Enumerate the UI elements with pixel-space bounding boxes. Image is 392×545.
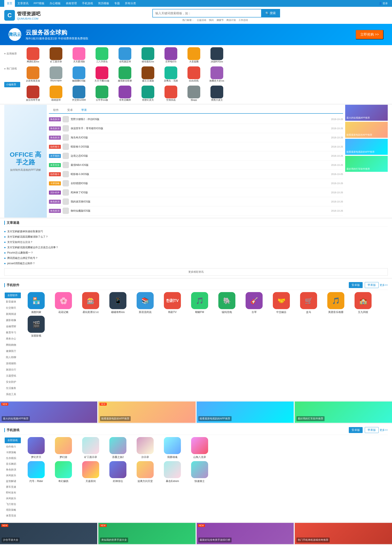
filter-all[interactable]: 全部软件: [5, 292, 21, 298]
game-山角[interactable]: 山角八克录: [187, 437, 212, 459]
article-6[interactable]: 动作格斗 暗影格斗3IOS版 2018-10-05: [49, 170, 343, 179]
news-4[interactable]: PicsArt怎么删除图一？: [4, 250, 388, 255]
mobile-software-more[interactable]: 更多>>: [380, 283, 388, 287]
news-1[interactable]: 支付宝蚂蚁花园花圃被清除了么了？: [4, 234, 388, 240]
promo-1[interactable]: NEW 能看最新电影的APP推荐: [98, 402, 196, 423]
app-天天爱[interactable]: 天天爱消除: [69, 47, 89, 63]
app-碰碰[interactable]: 📱碰碰有料ios: [105, 292, 131, 314]
app-中交[interactable]: 🤝中交融合: [269, 292, 294, 314]
article-5[interactable]: 体育竞技 最强NBA IOS版 2018-10-26: [49, 161, 343, 170]
game-platform-android[interactable]: 安卓版: [349, 427, 363, 433]
hot-tag-3[interactable]: 婚宴节: [217, 19, 224, 21]
nav-office[interactable]: 办公模板: [47, 0, 63, 7]
logo[interactable]: C 管理资源吧 QUMUBAN.COM: [4, 10, 40, 21]
filter-social[interactable]: 社交聊天: [4, 305, 21, 311]
app-效圈[interactable]: 效圈史大史ios: [207, 66, 227, 82]
app-假app[interactable]: 假app: [184, 86, 203, 102]
app-skyscraper[interactable]: Skyscraper: [46, 66, 66, 82]
login-link[interactable]: 登录: [383, 2, 388, 5]
more-news-btn[interactable]: 更多精彩资讯: [4, 268, 388, 276]
game-filter-music[interactable]: 音乐舞蹈: [4, 461, 21, 467]
app-花花[interactable]: 🌸花花记账: [51, 292, 76, 314]
app-空滴[interactable]: 空滴杀战: [161, 86, 180, 102]
game-filter-fly[interactable]: 飞行射击: [4, 501, 21, 507]
app-美团[interactable]: 🎵美团音乐相册: [323, 292, 349, 314]
filter-life[interactable]: 生活服务: [4, 385, 21, 391]
nav-resume[interactable]: 简历模板: [96, 0, 112, 7]
game-封神[interactable]: 封神传位: [105, 461, 131, 483]
tab-software[interactable]: 软件: [49, 107, 63, 113]
game-暴击[interactable]: 暴击Extrem: [159, 461, 185, 483]
nav-ppt[interactable]: PPT模板: [31, 0, 47, 7]
app-灵鹰[interactable]: 灵鹰岛：无限: [161, 66, 180, 82]
article-3[interactable]: 动作格斗 暗影格斗2IOS版 2018-10-26: [49, 142, 343, 151]
article-4[interactable]: 水手期间 边境之恋IOS版 2018-10-26: [49, 151, 343, 161]
article-10[interactable]: 角色扮演 御剑仙魔版IOS版 2018-10-26: [49, 206, 343, 216]
app-移动[interactable]: 移动逃生ios: [138, 47, 158, 63]
office-banner[interactable]: OFFICE 高手之路 如何制作高道格的PPT讲解: [4, 105, 47, 217]
app-猛犸[interactable]: 🐘猛犸充电: [214, 292, 240, 314]
filter-edu[interactable]: 教育学习: [4, 330, 21, 335]
article-2[interactable]: 角色扮演 海岛奇兵IOS版 2018-10-26: [49, 133, 343, 142]
nav-mobilegame[interactable]: 手机游戏: [79, 0, 96, 7]
app-英语[interactable]: 📚英语流利说: [132, 292, 158, 314]
search-input[interactable]: [152, 9, 261, 18]
sidebar-banner-0[interactable]: 最火的短视频APP推荐: [345, 105, 388, 121]
hot-tag-2[interactable]: 快闪: [209, 19, 214, 21]
game-吾覆[interactable]: 吾覆之旅2: [105, 437, 131, 459]
article-0[interactable]: 角色扮演 荒野大镖客2：伴侣IOS版 2018-10-26: [49, 115, 343, 124]
game-filter-tower[interactable]: 塔防策略: [4, 507, 21, 513]
nav-table[interactable]: 表格管理: [63, 0, 79, 7]
game-filter-rpg[interactable]: 角色扮演: [4, 467, 21, 473]
app-决战[interactable]: 决战时代ios: [207, 47, 227, 63]
app-网易红彩[interactable]: 网易红彩ios: [23, 47, 43, 63]
app-触摸[interactable]: 触摸圈IOS版: [69, 66, 89, 82]
app-血仅[interactable]: 血仅传奇手游: [23, 86, 43, 102]
app-深度[interactable]: 🎬深度影视: [23, 316, 49, 338]
hot-tag-4[interactable]: 商业计划: [227, 19, 236, 21]
game-filter-card[interactable]: 卡牌策略: [4, 450, 21, 455]
filter-security[interactable]: 安全防护: [4, 379, 21, 385]
filter-health[interactable]: 健康医疗: [4, 348, 21, 354]
promo-2[interactable]: 能看最新电视剧的APP推荐: [197, 402, 294, 423]
promo-0[interactable]: NEW 最火的短视频APP推荐: [0, 402, 97, 423]
app-顽强[interactable]: 顽强射击联赛: [115, 66, 135, 82]
game-filter-puzzle[interactable]: 益智解谜: [4, 478, 21, 484]
game-尔示录[interactable]: 尔示录: [132, 437, 158, 459]
article-8[interactable]: 国际棋牌 死神来了IOS版 2018-10-26: [49, 188, 343, 197]
app-初密[interactable]: 初密幻灵天: [138, 86, 158, 102]
promo-3[interactable]: 最好用的打车软件推荐: [295, 402, 392, 423]
filter-shop[interactable]: 网络购物: [4, 342, 21, 348]
platform-ios[interactable]: 苹果版: [365, 282, 379, 288]
sidebar-banner-1[interactable]: 能看最新电影的APP推荐: [345, 122, 388, 138]
app-浦惠[interactable]: 🏪浦惠到家: [23, 292, 49, 314]
article-7[interactable]: 卡牌策略 全职猎团IOS版 2018-10-26: [49, 179, 343, 188]
game-promo-2[interactable]: NEW 最新好玩传奇类手游排行榜: [197, 523, 294, 544]
game-矿工示录[interactable]: 矿工面示录: [78, 437, 104, 459]
game-梦幻游[interactable]: 梦幻游: [51, 437, 76, 459]
nav-home[interactable]: 首页: [4, 0, 15, 7]
sidebar-banner-2[interactable]: 能看最新电视剧的APP推荐: [345, 139, 388, 155]
game-追离[interactable]: 追离方闪天堂: [132, 461, 158, 483]
app-从前[interactable]: 从前有座灵庙: [23, 66, 43, 82]
news-6[interactable]: picsart消照磁怎么制作？: [4, 261, 388, 266]
filter-photo[interactable]: 摄影相像: [4, 317, 21, 323]
game-我要雄魂[interactable]: 我要雄魂: [159, 437, 185, 459]
game-filter-all[interactable]: 全部游戏: [5, 438, 21, 443]
filter-wallpaper[interactable]: 主题壁纸: [4, 373, 21, 379]
game-filter-casual2[interactable]: 休闲娱乐: [4, 495, 21, 501]
app-古琴[interactable]: 🎸古琴: [241, 292, 267, 314]
filter-system[interactable]: 系统工具: [4, 391, 21, 397]
platform-android[interactable]: 安卓版: [349, 282, 363, 288]
filter-game-aux[interactable]: 游戏辅助: [4, 361, 21, 366]
app-百草[interactable]: 百草电IOS: [161, 47, 180, 63]
nav-special[interactable]: 专题: [112, 0, 122, 7]
app-蜻蜒[interactable]: 🎵蜻蜒FM: [187, 292, 212, 314]
filter-news[interactable]: 新闻阅读: [4, 311, 21, 317]
app-外交[interactable]: 外交部12308: [69, 86, 89, 102]
game-快速骑士[interactable]: 快速骑士: [187, 461, 212, 483]
game-promo-3[interactable]: 热门手机单机游戏传奇推荐: [295, 523, 392, 544]
game-filter-casual[interactable]: 休闲娱乐: [4, 473, 21, 478]
filter-travel[interactable]: 旅游出行: [4, 367, 21, 372]
tab-ios[interactable]: 苹果: [77, 107, 91, 114]
